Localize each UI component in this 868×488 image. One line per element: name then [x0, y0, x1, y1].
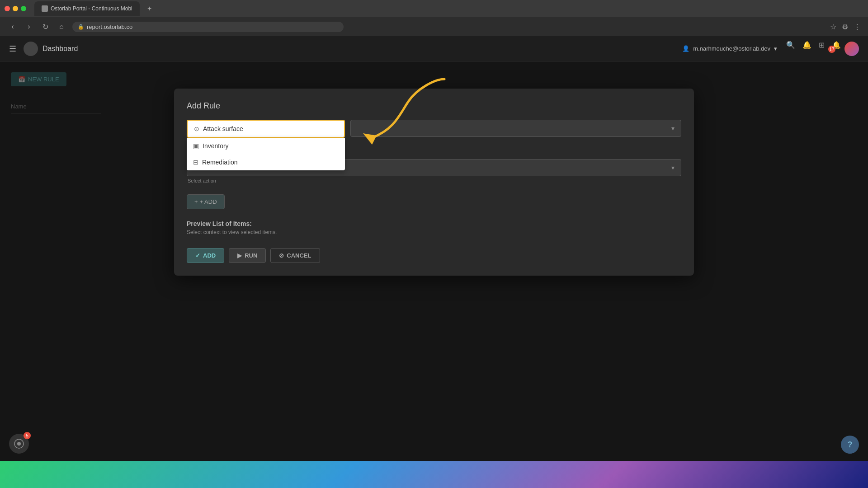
action-hint: Select action [188, 178, 681, 183]
action-chevron-icon: ▾ [671, 164, 675, 171]
inventory-icon: ▣ [193, 142, 199, 150]
forward-button[interactable]: › [24, 21, 34, 32]
user-avatar[interactable] [844, 42, 859, 56]
preview-section: Preview List of Items: Select context to… [187, 220, 681, 235]
grid-icon[interactable]: ⊞ [819, 41, 825, 56]
play-icon: ▶ [237, 252, 242, 259]
filter-dropdown[interactable]: ▾ [350, 120, 681, 137]
footer-run-button[interactable]: ▶ RUN [229, 248, 266, 263]
context-dropdown-menu: ▣ Inventory ⊟ Remediation [187, 138, 345, 170]
help-button[interactable]: ? [841, 436, 859, 454]
settings-icon[interactable]: ⚙ [842, 23, 848, 31]
back-button[interactable]: ‹ [7, 21, 18, 32]
search-icon[interactable]: 🔍 [786, 41, 795, 56]
check-icon: ✓ [195, 252, 200, 259]
preview-title: Preview List of Items: [187, 220, 681, 227]
traffic-lights [5, 6, 26, 11]
home-button[interactable]: ⌂ [56, 21, 67, 32]
svg-point-2 [17, 442, 21, 446]
add-action-label: + ADD [200, 198, 217, 205]
bottom-left-icon[interactable]: 5 [9, 434, 29, 454]
tab-favicon [42, 5, 48, 12]
address-bar: ‹ › ↻ ⌂ 🔒 report.ostorlab.co ☆ ⚙ ⋮ [0, 17, 868, 36]
lock-icon: 🔒 [78, 24, 84, 30]
notification-badge: 17 [828, 46, 835, 53]
tab-label: Ostorlab Portal - Continuous Mobi [51, 5, 132, 12]
app-container: ☰ Dashboard 👤 m.narhmouche@ostorlab.dev … [0, 36, 868, 488]
footer-add-label: ADD [203, 252, 216, 259]
annotation-arrow [336, 70, 462, 151]
footer-cancel-button[interactable]: ⊘ CANCEL [270, 248, 320, 263]
browser-chrome: Ostorlab Portal - Continuous Mobi + ‹ › … [0, 0, 868, 36]
plus-icon: + [194, 198, 198, 205]
remediation-icon: ⊟ [193, 159, 198, 166]
question-mark-icon: ? [848, 440, 853, 450]
add-rule-modal: Add Rule ⊙ Attack surface ▣ In [174, 89, 694, 276]
star-icon[interactable]: ☆ [830, 23, 836, 31]
refresh-button[interactable]: ↻ [40, 21, 51, 32]
browser-actions: ☆ ⚙ ⋮ [830, 23, 861, 31]
hamburger-menu[interactable]: ☰ [9, 44, 16, 54]
maximize-traffic-light[interactable] [21, 6, 26, 11]
footer-run-label: RUN [245, 252, 257, 259]
dropdown-row: ⊙ Attack surface ▣ Inventory ⊟ Remedia [187, 120, 681, 138]
context-dropdown-wrapper: ⊙ Attack surface ▣ Inventory ⊟ Remedia [187, 120, 345, 138]
dropdown-item-inventory[interactable]: ▣ Inventory [187, 138, 345, 154]
url-text: report.ostorlab.co [87, 23, 132, 30]
modal-overlay: Add Rule ⊙ Attack surface ▣ In [0, 61, 868, 461]
bottom-left-badge: 5 [24, 432, 31, 439]
close-traffic-light[interactable] [5, 6, 10, 11]
url-bar[interactable]: 🔒 report.ostorlab.co [72, 22, 344, 32]
minimize-traffic-light[interactable] [13, 6, 18, 11]
nav-icons: 🔍 🔔 ⊞ 🔔 17 [786, 41, 841, 56]
cancel-icon: ⊘ [279, 252, 284, 259]
new-tab-button[interactable]: + [143, 2, 156, 15]
bottom-gradient-bar [0, 461, 868, 488]
modal-footer: ✓ ADD ▶ RUN ⊘ CANCEL [187, 248, 681, 263]
user-menu[interactable]: 👤 m.narhmouche@ostorlab.dev ▾ [682, 45, 777, 52]
modal-title: Add Rule [187, 101, 681, 111]
context-dropdown-selected: Attack surface [203, 125, 243, 132]
dropdown-item-inventory-label: Inventory [203, 142, 229, 150]
dropdown-item-remediation[interactable]: ⊟ Remediation [187, 154, 345, 170]
user-icon: 👤 [682, 45, 689, 52]
add-action-button[interactable]: + + ADD [187, 194, 225, 209]
footer-add-button[interactable]: ✓ ADD [187, 248, 224, 263]
footer-cancel-label: CANCEL [287, 252, 311, 259]
filter-chevron-icon: ▾ [671, 125, 675, 132]
attack-surface-icon: ⊙ [194, 125, 199, 132]
user-email: m.narhmouche@ostorlab.dev [693, 45, 770, 52]
tab-bar: Ostorlab Portal - Continuous Mobi + [0, 0, 868, 17]
menu-icon[interactable]: ⋮ [854, 23, 861, 31]
context-dropdown-button[interactable]: ⊙ Attack surface [187, 120, 345, 138]
top-nav: ☰ Dashboard 👤 m.narhmouche@ostorlab.dev … [0, 36, 868, 61]
chevron-down-icon: ▾ [774, 45, 777, 52]
dropdown-item-remediation-label: Remediation [202, 159, 238, 166]
shield-icon[interactable]: 🔔 [802, 41, 811, 56]
preview-hint: Select context to view selected items. [187, 229, 681, 235]
active-tab[interactable]: Ostorlab Portal - Continuous Mobi [34, 1, 140, 16]
app-logo [24, 42, 38, 56]
main-content: 📅 NEW RULE Name Add Rule ⊙ Attack surfac… [0, 61, 868, 461]
ostorlab-icon [14, 438, 24, 449]
app-title: Dashboard [42, 45, 78, 53]
